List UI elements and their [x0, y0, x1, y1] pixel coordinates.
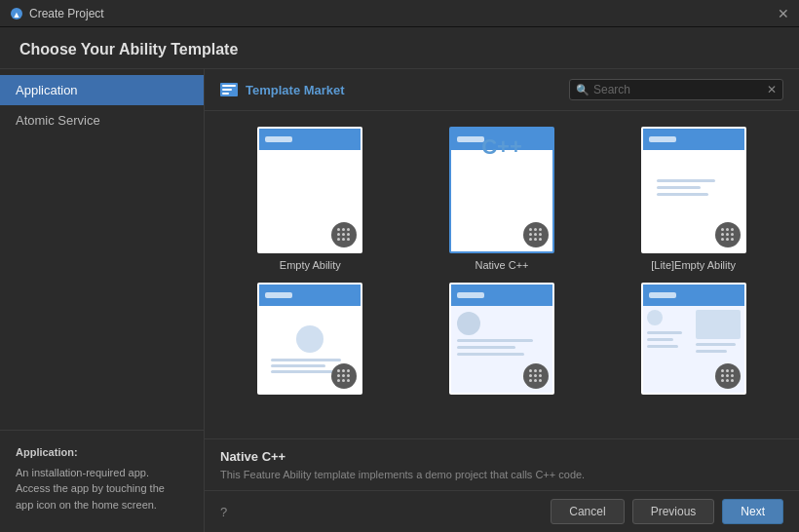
card-thumbnail-row2-1 — [257, 283, 362, 395]
card-avatar-row2-2 — [523, 363, 549, 389]
title-bar-left: ▲ Create Project — [10, 7, 104, 20]
desc-line-1: An installation-required app. — [16, 465, 188, 481]
card-avatar-1 — [331, 222, 357, 247]
sidebar-description: Application: An installation-required ap… — [0, 430, 204, 526]
market-title-text: Template Market — [246, 83, 345, 97]
app-icon: ▲ — [10, 7, 23, 20]
svg-rect-4 — [222, 89, 232, 91]
cancel-button[interactable]: Cancel — [551, 499, 624, 524]
dialog-heading: Choose Your Ability Template — [0, 27, 799, 69]
card-thumbnail-empty — [257, 127, 362, 253]
template-grid: Empty Ability C++ — [205, 111, 799, 438]
search-input[interactable] — [593, 83, 767, 96]
card-thumbnail-row2-3 — [641, 283, 746, 395]
template-card-row2-1[interactable] — [220, 283, 400, 395]
title-bar-text: Create Project — [29, 7, 104, 20]
card-avatar-3 — [715, 222, 741, 247]
bottom-description: Native C++ This Feature Ability template… — [205, 438, 799, 490]
dialog-body: Application Atomic Service Application: … — [0, 69, 799, 532]
search-clear-icon[interactable]: ✕ — [767, 83, 777, 96]
sidebar: Application Atomic Service Application: … — [0, 69, 205, 532]
title-bar: ▲ Create Project ✕ — [0, 0, 799, 27]
dialog-footer: ? Cancel Previous Next — [205, 490, 799, 532]
previous-button[interactable]: Previous — [632, 499, 715, 524]
card-thumbnail-row2-2 — [449, 283, 554, 395]
next-button[interactable]: Next — [722, 499, 783, 524]
sidebar-item-atomic-service[interactable]: Atomic Service — [0, 105, 204, 135]
sidebar-item-application[interactable]: Application — [0, 75, 204, 105]
selected-template-desc: This Feature Ability template implements… — [220, 468, 783, 482]
close-button[interactable]: ✕ — [778, 7, 789, 20]
card-label-cpp: Native C++ — [475, 259, 528, 271]
selected-template-title: Native C++ — [220, 449, 783, 464]
market-title: Template Market — [220, 83, 345, 97]
market-icon — [220, 83, 238, 96]
svg-rect-5 — [222, 93, 229, 95]
desc-line-3: app icon on the home screen. — [16, 497, 188, 513]
card-thumbnail-cpp: C++ — [449, 127, 554, 253]
cpp-logo: C++ — [481, 134, 522, 160]
help-button[interactable]: ? — [220, 505, 227, 519]
search-box[interactable]: 🔍 ✕ — [569, 79, 783, 100]
svg-rect-3 — [222, 85, 236, 87]
card-avatar-row2-3 — [715, 363, 741, 389]
card-label-lite: [Lite]Empty Ability — [651, 259, 736, 271]
dialog: Choose Your Ability Template Application… — [0, 27, 799, 532]
card-avatar-2 — [523, 222, 549, 247]
desc-line-2: Access the app by touching the — [16, 480, 188, 497]
svg-text:▲: ▲ — [13, 10, 21, 19]
desc-title: Application: — [16, 444, 188, 461]
search-icon: 🔍 — [576, 84, 590, 96]
template-card-native-cpp[interactable]: C++ Native C++ — [412, 127, 592, 271]
template-card-empty-ability[interactable]: Empty Ability — [220, 127, 400, 271]
template-card-lite-empty[interactable]: [Lite]Empty Ability — [603, 127, 783, 271]
template-card-row2-2[interactable] — [412, 283, 592, 395]
market-header: Template Market 🔍 ✕ — [205, 69, 799, 111]
footer-buttons: Cancel Previous Next — [551, 499, 783, 524]
template-card-row2-3[interactable] — [603, 283, 783, 395]
card-thumbnail-lite — [641, 127, 746, 253]
main-panel: Template Market 🔍 ✕ — [205, 69, 799, 532]
card-label-empty: Empty Ability — [280, 259, 341, 271]
